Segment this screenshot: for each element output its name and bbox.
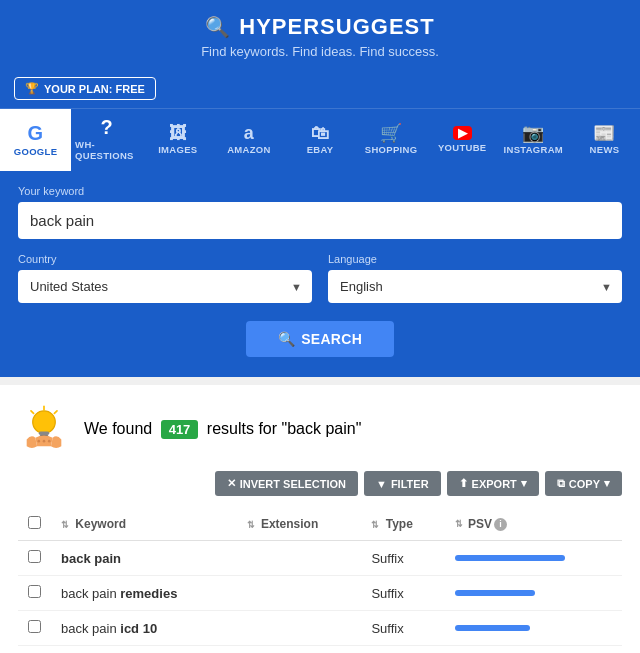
filter-label: FILTER (391, 478, 429, 490)
trophy-icon: 🏆 (25, 82, 39, 95)
row-extension (237, 646, 362, 654)
keyword-input[interactable] (18, 202, 622, 239)
svg-point-7 (43, 440, 46, 443)
tab-youtube[interactable]: ▶ YOUTUBE (427, 109, 498, 171)
app-subtitle: Find keywords. Find ideas. Find success. (0, 44, 640, 59)
row-psv (445, 541, 622, 576)
language-select-wrapper: English Spanish French German Italian ▼ (328, 270, 622, 303)
svg-point-6 (38, 440, 41, 443)
row-type: Suffix (361, 611, 445, 646)
invert-icon: ✕ (227, 477, 236, 490)
tab-google[interactable]: G GOOGLE (0, 109, 71, 171)
tab-instagram-label: INSTAGRAM (504, 144, 564, 155)
row-type: Suffix (361, 576, 445, 611)
tab-google-label: GOOGLE (14, 146, 58, 157)
psv-header-label: PSV (468, 517, 492, 531)
select-all-checkbox[interactable] (28, 516, 41, 529)
language-group: Language English Spanish French German I… (328, 253, 622, 303)
invert-selection-button[interactable]: ✕ INVERT SELECTION (215, 471, 358, 496)
export-arrow-icon: ▾ (521, 477, 527, 490)
search-button[interactable]: 🔍 SEARCH (246, 321, 394, 357)
keyword-label: Your keyword (18, 185, 622, 197)
results-icon (18, 403, 70, 455)
copy-icon: ⧉ (557, 477, 565, 490)
results-count: 417 (161, 420, 199, 439)
psv-bar (455, 590, 535, 596)
row-extension (237, 576, 362, 611)
svg-line-2 (31, 411, 34, 414)
row-checkbox-2[interactable] (28, 620, 41, 633)
ebay-icon: 🛍 (311, 124, 329, 142)
row-checkbox-0[interactable] (28, 550, 41, 563)
th-psv[interactable]: ⇅ PSV i (445, 508, 622, 541)
google-icon: G (24, 122, 48, 144)
results-text: We found 417 results for "back pain" (84, 420, 361, 439)
language-label: Language (328, 253, 622, 265)
results-post-text: results for "back pain" (207, 420, 362, 437)
tab-ebay-label: EBAY (307, 144, 334, 155)
export-button[interactable]: ⬆ EXPORT ▾ (447, 471, 539, 496)
copy-label: COPY (569, 478, 600, 490)
tab-wh-label: WH-QUESTIONS (75, 139, 138, 161)
results-table: ⇅ Keyword ⇅ Extension ⇅ Type ⇅ PSV i (18, 508, 622, 653)
invert-label: INVERT SELECTION (240, 478, 346, 490)
svg-rect-4 (39, 432, 49, 435)
row-checkbox-cell (18, 541, 51, 576)
tab-images-label: IMAGES (158, 144, 197, 155)
table-header-row: ⇅ Keyword ⇅ Extension ⇅ Type ⇅ PSV i (18, 508, 622, 541)
action-row: ✕ INVERT SELECTION ▼ FILTER ⬆ EXPORT ▾ ⧉… (18, 471, 622, 496)
tab-instagram[interactable]: 📷 INSTAGRAM (498, 109, 569, 171)
keyword-header-label: Keyword (75, 517, 126, 531)
amazon-icon: a (244, 124, 254, 142)
copy-arrow-icon: ▾ (604, 477, 610, 490)
psv-info-icon[interactable]: i (494, 518, 507, 531)
row-checkbox-1[interactable] (28, 585, 41, 598)
svg-point-8 (48, 440, 51, 443)
row-checkbox-cell (18, 646, 51, 654)
export-label: EXPORT (472, 478, 517, 490)
psv-bar (455, 625, 530, 631)
row-type: Suffix (361, 541, 445, 576)
table-row: back pain icd 10 Suffix (18, 611, 622, 646)
language-select[interactable]: English Spanish French German Italian (328, 270, 622, 303)
copy-button[interactable]: ⧉ COPY ▾ (545, 471, 622, 496)
extension-header-label: Extension (261, 517, 318, 531)
tab-youtube-label: YOUTUBE (438, 142, 487, 153)
table-row: back pain Suffix (18, 541, 622, 576)
row-keyword: back pain remedies (51, 576, 237, 611)
country-select[interactable]: United States United Kingdom Canada Aust… (18, 270, 312, 303)
plan-bar: 🏆 YOUR PLAN: FREE (0, 71, 640, 108)
tab-wh-questions[interactable]: ? WH-QUESTIONS (71, 109, 142, 171)
app-title-text: HYPERSUGGEST (239, 14, 434, 40)
export-icon: ⬆ (459, 477, 468, 490)
search-btn-row: 🔍 SEARCH (18, 321, 622, 357)
th-keyword[interactable]: ⇅ Keyword (51, 508, 237, 541)
row-checkbox-cell (18, 576, 51, 611)
images-icon: 🖼 (169, 124, 187, 142)
youtube-icon: ▶ (453, 126, 472, 140)
country-select-wrapper: United States United Kingdom Canada Aust… (18, 270, 312, 303)
tab-amazon[interactable]: a AMAZON (213, 109, 284, 171)
keyword-sort-icon: ⇅ (61, 520, 69, 530)
results-pre-text: We found (84, 420, 152, 437)
app-title: 🔍 HYPERSUGGEST (0, 14, 640, 40)
tab-amazon-label: AMAZON (227, 144, 271, 155)
row-checkbox-cell (18, 611, 51, 646)
row-psv (445, 611, 622, 646)
country-group: Country United States United Kingdom Can… (18, 253, 312, 303)
tab-ebay[interactable]: 🛍 EBAY (284, 109, 355, 171)
tab-images[interactable]: 🖼 IMAGES (142, 109, 213, 171)
th-extension[interactable]: ⇅ Extension (237, 508, 362, 541)
tab-news[interactable]: 📰 NEWS (569, 109, 640, 171)
svg-line-3 (54, 411, 57, 414)
search-icon: 🔍 (205, 15, 231, 39)
tab-shopping[interactable]: 🛒 SHOPPING (356, 109, 427, 171)
plan-label: YOUR PLAN: FREE (44, 83, 145, 95)
th-type[interactable]: ⇅ Type (361, 508, 445, 541)
selects-row: Country United States United Kingdom Can… (18, 253, 622, 303)
row-keyword: back pain (51, 541, 237, 576)
type-sort-icon: ⇅ (371, 520, 379, 530)
psv-sort-icon: ⇅ (455, 519, 463, 529)
filter-button[interactable]: ▼ FILTER (364, 471, 441, 496)
plan-badge[interactable]: 🏆 YOUR PLAN: FREE (14, 77, 156, 100)
